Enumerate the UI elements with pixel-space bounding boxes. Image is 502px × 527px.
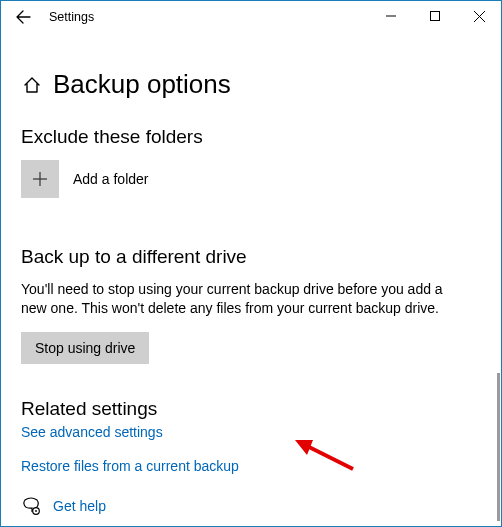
minimize-button[interactable]: [369, 1, 413, 31]
close-button[interactable]: [457, 1, 501, 31]
home-icon[interactable]: [21, 74, 43, 96]
plus-icon: [21, 160, 59, 198]
scrollbar[interactable]: [497, 373, 500, 521]
back-arrow-icon: [15, 9, 31, 25]
content-area: Backup options Exclude these folders Add…: [1, 33, 501, 516]
page-title: Backup options: [53, 69, 231, 100]
add-folder-label: Add a folder: [73, 171, 149, 187]
close-icon: [474, 11, 485, 22]
window-title: Settings: [49, 10, 94, 24]
page-title-row: Backup options: [21, 69, 481, 100]
svg-rect-1: [431, 12, 440, 21]
get-help-row[interactable]: Get help: [21, 496, 481, 516]
diffdrive-description: You'll need to stop using your current b…: [21, 280, 461, 318]
help-icon: [21, 496, 41, 516]
exclude-heading: Exclude these folders: [21, 126, 481, 148]
maximize-button[interactable]: [413, 1, 457, 31]
maximize-icon: [430, 11, 440, 21]
add-folder-button[interactable]: Add a folder: [21, 160, 481, 198]
svg-point-7: [35, 510, 37, 512]
back-button[interactable]: [9, 3, 37, 31]
minimize-icon: [386, 11, 396, 21]
restore-files-link[interactable]: Restore files from a current backup: [21, 458, 481, 474]
get-help-link[interactable]: Get help: [53, 498, 106, 514]
window-controls: [369, 1, 501, 31]
stop-using-drive-button[interactable]: Stop using drive: [21, 332, 149, 364]
related-heading: Related settings: [21, 398, 481, 420]
diffdrive-heading: Back up to a different drive: [21, 246, 481, 268]
see-advanced-settings-link[interactable]: See advanced settings: [21, 424, 481, 440]
